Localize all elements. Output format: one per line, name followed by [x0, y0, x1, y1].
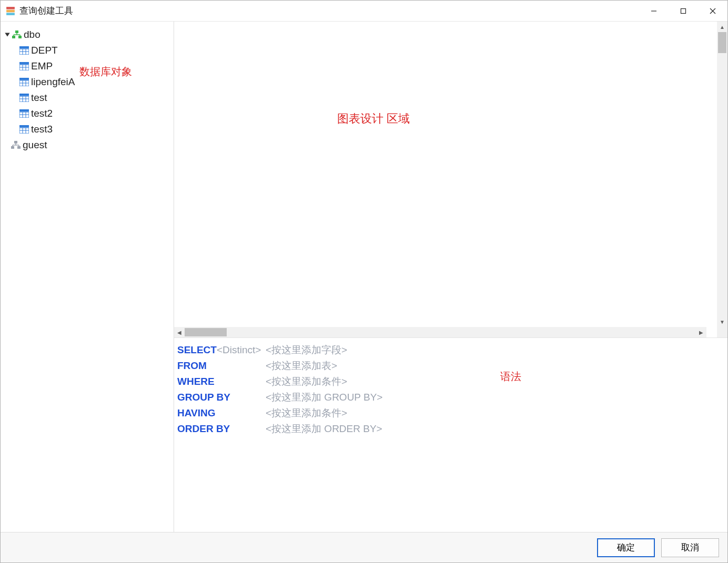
- placeholder[interactable]: <按这里添加字段>: [266, 343, 347, 357]
- clause-select[interactable]: SELECT<Distinct> <按这里添加字段>: [176, 342, 727, 358]
- schema-icon: [11, 141, 21, 149]
- svg-rect-30: [19, 94, 29, 96]
- svg-rect-47: [17, 146, 21, 149]
- schema-icon: [12, 30, 22, 39]
- table-node-test3[interactable]: test3: [1, 121, 174, 137]
- cancel-button[interactable]: 取消: [661, 538, 719, 557]
- table-label: test: [31, 92, 47, 104]
- diagram-design-area[interactable]: 图表设计 区域 ▲ ▼: [174, 22, 727, 327]
- svg-rect-40: [19, 125, 29, 127]
- maximize-button[interactable]: [669, 1, 698, 22]
- table-icon: [19, 125, 29, 134]
- table-node-test[interactable]: test: [1, 90, 174, 106]
- svg-rect-45: [14, 141, 17, 144]
- placeholder[interactable]: <按这里添加 GROUP BY>: [266, 391, 382, 404]
- scroll-down-icon[interactable]: ▼: [717, 316, 727, 327]
- table-label: DEPT: [31, 45, 58, 56]
- svg-rect-4: [681, 8, 686, 13]
- keyword: FROM: [176, 360, 266, 372]
- table-label: EMP: [31, 60, 53, 72]
- ok-button[interactable]: 确定: [597, 538, 655, 557]
- clause-having[interactable]: HAVING <按这里添加条件>: [176, 405, 727, 421]
- table-label: lipengfeiA: [31, 76, 75, 88]
- sql-syntax-area: SELECT<Distinct> <按这里添加字段> FROM <按这里添加表>…: [174, 337, 727, 532]
- table-label: test3: [31, 124, 53, 135]
- svg-rect-20: [19, 62, 29, 64]
- clause-groupby[interactable]: GROUP BY <按这里添加 GROUP BY>: [176, 390, 727, 405]
- table-icon: [19, 94, 29, 102]
- keyword: WHERE: [176, 376, 266, 387]
- schema-node-guest[interactable]: guest: [1, 137, 174, 153]
- scroll-right-icon[interactable]: ▶: [696, 327, 706, 337]
- clause-where[interactable]: WHERE <按这里添加条件>: [176, 374, 727, 390]
- scroll-corner: [717, 327, 727, 337]
- titlebar: 查询创建工具: [1, 1, 727, 22]
- window-title: 查询创建工具: [19, 5, 73, 17]
- keyword: GROUP BY: [176, 392, 266, 403]
- clause-from[interactable]: FROM <按这里添加表>: [176, 358, 727, 374]
- scroll-thumb[interactable]: [185, 328, 227, 336]
- table-label: test2: [31, 108, 53, 119]
- svg-rect-15: [19, 46, 29, 48]
- svg-rect-25: [19, 78, 29, 80]
- keyword: HAVING: [176, 407, 266, 419]
- svg-rect-0: [6, 7, 15, 9]
- body: dbo DEPT EMP lipengfeiA test test2: [1, 22, 727, 532]
- dialog-footer: 确定 取消: [1, 532, 727, 562]
- query-builder-window: 查询创建工具: [0, 0, 728, 563]
- table-icon: [19, 109, 29, 118]
- scroll-up-icon[interactable]: ▲: [717, 22, 727, 32]
- annotation-design-area: 图表设计 区域: [337, 111, 410, 127]
- keyword: ORDER BY: [176, 423, 266, 435]
- vertical-scrollbar[interactable]: ▲ ▼: [717, 22, 727, 327]
- svg-marker-7: [5, 33, 9, 37]
- right-pane: 图表设计 区域 ▲ ▼ ◀ ▶ SELECT<Distinct> <: [174, 22, 727, 532]
- placeholder[interactable]: <按这里添加表>: [266, 359, 337, 373]
- schema-label: guest: [23, 139, 47, 151]
- table-node-dept[interactable]: DEPT: [1, 43, 174, 58]
- table-icon: [19, 46, 29, 55]
- svg-rect-46: [11, 146, 14, 149]
- close-button[interactable]: [698, 1, 727, 22]
- placeholder[interactable]: <按这里添加 ORDER BY>: [266, 422, 382, 436]
- table-node-emp[interactable]: EMP: [1, 58, 174, 74]
- table-node-lipengfeia[interactable]: lipengfeiA: [1, 74, 174, 90]
- svg-rect-2: [6, 13, 15, 15]
- placeholder[interactable]: <按这里添加条件>: [266, 406, 347, 420]
- horizontal-scrollbar[interactable]: ◀ ▶: [174, 327, 706, 337]
- chevron-down-icon: [4, 31, 11, 38]
- svg-rect-9: [12, 36, 15, 38]
- keyword: SELECT: [177, 344, 217, 355]
- minimize-button[interactable]: [639, 1, 669, 22]
- table-node-test2[interactable]: test2: [1, 106, 174, 121]
- schema-label: dbo: [24, 29, 41, 40]
- table-icon: [19, 78, 29, 86]
- placeholder[interactable]: <按这里添加条件>: [266, 375, 347, 388]
- app-icon: [6, 6, 15, 16]
- scroll-thumb[interactable]: [718, 32, 726, 53]
- object-tree-sidebar: dbo DEPT EMP lipengfeiA test test2: [1, 22, 174, 532]
- svg-rect-10: [18, 36, 22, 38]
- schema-node-dbo[interactable]: dbo: [1, 27, 174, 43]
- clause-orderby[interactable]: ORDER BY <按这里添加 ORDER BY>: [176, 421, 727, 437]
- scroll-left-icon[interactable]: ◀: [174, 327, 185, 337]
- distinct-suffix: <Distinct>: [217, 344, 261, 355]
- svg-rect-8: [15, 30, 18, 33]
- svg-rect-1: [6, 9, 15, 12]
- svg-rect-35: [19, 109, 29, 111]
- table-icon: [19, 62, 29, 70]
